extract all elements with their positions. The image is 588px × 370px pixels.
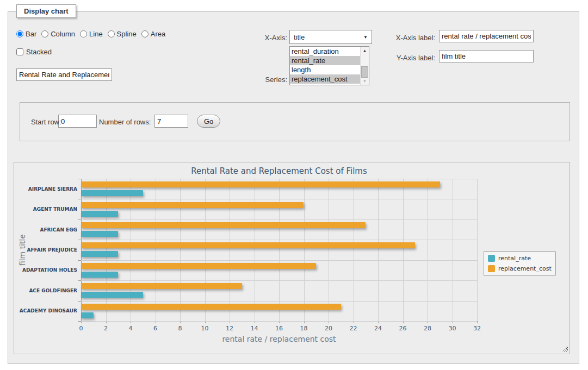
scrollbar-thumb[interactable] bbox=[361, 66, 368, 78]
bar-group bbox=[81, 199, 477, 219]
category-label: AIRPLANE SIERRA bbox=[28, 186, 77, 192]
bar-rental_rate-3 bbox=[81, 251, 118, 257]
y-tick-mark bbox=[78, 321, 81, 322]
number-of-rows-input[interactable] bbox=[154, 115, 188, 128]
x-tick-label: 0 bbox=[79, 325, 83, 332]
x-tick-label: 22 bbox=[350, 325, 357, 332]
start-row-input[interactable] bbox=[58, 115, 97, 128]
x-tick-label: 26 bbox=[399, 325, 407, 332]
chart-type-radio-spline[interactable] bbox=[108, 30, 115, 37]
x-axis-title: rental rate / replacement cost bbox=[81, 335, 477, 343]
scroll-up-icon[interactable]: ▲ bbox=[361, 47, 369, 54]
series-options: rental_durationrental_ratelengthreplacem… bbox=[290, 47, 360, 85]
legend-item-replacement_cost[interactable]: replacement_cost bbox=[488, 265, 552, 272]
chart-type-radio-label: Column bbox=[51, 30, 75, 38]
chart-type-radio-line[interactable] bbox=[80, 30, 87, 37]
chart-type-radio-label: Spline bbox=[117, 30, 137, 38]
chart-type-option-bar[interactable]: Bar bbox=[16, 30, 36, 38]
resize-handle-icon[interactable] bbox=[562, 346, 568, 352]
chart-type-option-column[interactable]: Column bbox=[41, 30, 75, 38]
series-option-length[interactable]: length bbox=[290, 65, 360, 74]
x-tick-label: 12 bbox=[226, 325, 233, 332]
chart-legend: rental_ratereplacement_cost bbox=[484, 251, 556, 276]
legend-swatch-icon bbox=[488, 265, 495, 272]
x-axis-select-value: title bbox=[294, 33, 305, 41]
bar-replacement_cost-5 bbox=[81, 283, 242, 289]
bar-replacement_cost-2 bbox=[81, 222, 366, 228]
x-axis-label-input[interactable] bbox=[439, 30, 534, 42]
bar-group bbox=[81, 240, 477, 260]
bar-replacement_cost-3 bbox=[81, 242, 415, 248]
x-tick-label: 32 bbox=[473, 325, 481, 332]
x-tick-label: 24 bbox=[374, 325, 382, 332]
stacked-option[interactable]: Stacked bbox=[16, 48, 52, 56]
series-option-rental_duration[interactable]: rental_duration bbox=[290, 47, 360, 56]
chart-type-radio-bar[interactable] bbox=[16, 30, 23, 37]
category-label: ACE GOLDFINGER bbox=[29, 288, 77, 293]
bar-rental_rate-4 bbox=[81, 272, 118, 278]
panel-title: Display chart bbox=[16, 4, 76, 18]
series-option-replacement_cost[interactable]: replacement_cost bbox=[290, 74, 360, 84]
category-label: AGENT TRUMAN bbox=[33, 206, 77, 212]
chart-container: Rental Rate and Replacement Cost of Film… bbox=[14, 162, 570, 354]
bar-rental_rate-2 bbox=[81, 231, 118, 237]
category-label: AFRICAN EGG bbox=[40, 227, 77, 233]
series-listbox[interactable]: rental_durationrental_ratelengthreplacem… bbox=[289, 46, 369, 85]
x-tick-label: 28 bbox=[424, 325, 431, 332]
legend-label: rental_rate bbox=[498, 255, 531, 262]
category-label: ACADEMY DINOSAUR bbox=[20, 308, 77, 313]
legend-label: replacement_cost bbox=[498, 265, 552, 272]
x-axis-select[interactable]: title ▼ bbox=[289, 30, 372, 44]
x-tick-label: 16 bbox=[275, 325, 283, 332]
bar-replacement_cost-0 bbox=[81, 181, 440, 187]
series-scrollbar[interactable]: ▲ ▼ bbox=[360, 47, 369, 85]
chart-type-radio-area[interactable] bbox=[141, 30, 148, 37]
plot-area: 02468101214161820222426283032 bbox=[81, 179, 477, 321]
y-axis-title: film title bbox=[18, 234, 27, 266]
bar-group bbox=[81, 220, 477, 240]
x-tick-label: 8 bbox=[178, 325, 182, 332]
x-tick-label: 6 bbox=[153, 325, 157, 332]
category-label: AFFAIR PREJUDICE bbox=[27, 247, 77, 253]
bar-rental_rate-0 bbox=[81, 190, 143, 196]
x-tick-label: 4 bbox=[129, 325, 133, 332]
bar-group bbox=[81, 179, 477, 199]
chart-type-option-line[interactable]: Line bbox=[80, 30, 103, 38]
y-gridline bbox=[81, 321, 477, 322]
bar-rental_rate-5 bbox=[81, 292, 143, 298]
scroll-down-icon[interactable]: ▼ bbox=[361, 77, 369, 85]
x-tick-label: 2 bbox=[104, 325, 108, 332]
y-axis-label-input[interactable] bbox=[439, 50, 534, 62]
go-button[interactable]: Go bbox=[197, 115, 220, 128]
chart-type-radio-label: Area bbox=[151, 30, 165, 38]
chart-title-input[interactable] bbox=[16, 68, 112, 81]
x-tick-label: 14 bbox=[251, 325, 258, 332]
y-axis-label-label: Y-Axis label: bbox=[375, 54, 435, 62]
bar-group bbox=[81, 260, 477, 280]
x-axis-label-label: X-Axis label: bbox=[375, 34, 435, 42]
x-gridline bbox=[477, 179, 478, 321]
stacked-checkbox[interactable] bbox=[16, 48, 23, 55]
legend-item-rental_rate[interactable]: rental_rate bbox=[488, 255, 552, 262]
chart-type-option-area[interactable]: Area bbox=[141, 30, 165, 38]
bar-replacement_cost-4 bbox=[81, 263, 316, 269]
start-row-label: Start row: bbox=[31, 118, 61, 126]
category-label: ADAPTATION HOLES bbox=[22, 267, 77, 273]
chart-type-radio-column[interactable] bbox=[41, 30, 48, 37]
legend-swatch-icon bbox=[488, 255, 495, 262]
number-of-rows-label: Number of rows: bbox=[99, 118, 151, 126]
chart-type-radio-group: BarColumnLineSplineArea bbox=[16, 30, 165, 38]
x-tick-label: 18 bbox=[300, 325, 308, 332]
chart-type-option-spline[interactable]: Spline bbox=[108, 30, 137, 38]
chart-type-radio-label: Line bbox=[89, 30, 103, 38]
bar-replacement_cost-1 bbox=[81, 202, 304, 208]
stacked-label: Stacked bbox=[26, 48, 52, 56]
x-tick-label: 10 bbox=[201, 325, 209, 332]
chart-type-radio-label: Bar bbox=[26, 30, 36, 38]
bar-rental_rate-1 bbox=[81, 211, 118, 217]
dropdown-arrow-icon: ▼ bbox=[363, 35, 368, 40]
x-axis-select-label: X-Axis: bbox=[233, 34, 287, 42]
bar-rental_rate-6 bbox=[81, 312, 94, 318]
bar-group bbox=[81, 280, 477, 300]
series-option-rental_rate[interactable]: rental_rate bbox=[290, 56, 360, 65]
